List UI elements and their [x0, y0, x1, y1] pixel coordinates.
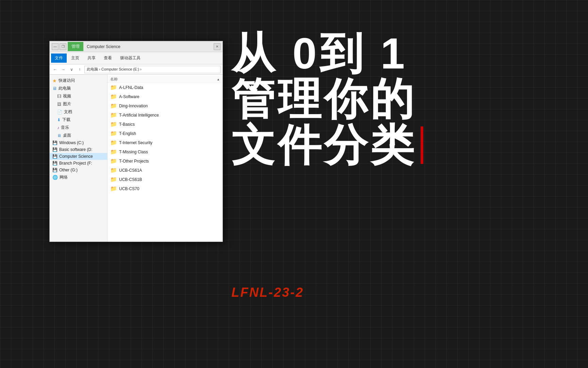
address-path[interactable]: 此电脑 › Computer Science (E:) ›	[84, 66, 220, 73]
cursor-bar	[421, 126, 423, 164]
file-name: T-Basics	[119, 122, 135, 127]
sidebar-label-quick-access: 快速访问	[59, 78, 75, 83]
list-item[interactable]: 📁 T-Other Projects	[108, 156, 223, 166]
sidebar-item-branch-project[interactable]: 💾 Branch Project (F:	[50, 160, 107, 167]
file-name: UCB-CS70	[119, 186, 139, 191]
sidebar-label-network: 网络	[60, 174, 68, 180]
music-icon: ♪	[57, 125, 59, 130]
minimize-button[interactable]: —	[52, 43, 59, 50]
sidebar-item-desktop[interactable]: 🖥 桌面	[50, 132, 107, 139]
toggle-button[interactable]: ∨	[68, 66, 75, 73]
file-name: UCB-CS61B	[119, 177, 142, 182]
sort-arrow-icon: ▲	[217, 78, 220, 81]
sidebar-item-pictures[interactable]: 🖼 图片	[50, 100, 107, 108]
drive-c-icon: 💾	[52, 140, 58, 145]
tab-view[interactable]: 查看	[100, 53, 116, 63]
sidebar-label-this-pc: 此电脑	[59, 86, 71, 91]
sidebar-item-video[interactable]: 🎞 视频	[50, 92, 107, 100]
list-item[interactable]: 📁 A-Software	[108, 92, 223, 101]
file-name: T-English	[119, 131, 136, 136]
pc-icon: 🖥	[52, 86, 57, 91]
file-name: T-Artificial Intelligence	[119, 113, 159, 118]
sidebar-item-network[interactable]: 🌐 网络	[50, 173, 107, 181]
sidebar-item-other-g[interactable]: 💾 Other (G:)	[50, 167, 107, 173]
right-panel: 从 0到 1 管理你的 文件分类	[231, 31, 565, 296]
drive-g-icon: 💾	[52, 168, 58, 172]
sidebar-item-quick-access[interactable]: ★ 快速访问	[50, 77, 107, 85]
drive-f-icon: 💾	[52, 161, 58, 166]
tab-home[interactable]: 主页	[67, 53, 83, 63]
restore-button[interactable]: ❐	[60, 43, 66, 50]
list-item[interactable]: 📁 Ding-Innovation	[108, 101, 223, 110]
star-icon: ★	[52, 78, 57, 83]
tab-drive-tools[interactable]: 驱动器工具	[116, 53, 144, 63]
sidebar-label-windows-c: Windows (C:)	[59, 140, 84, 145]
list-item[interactable]: 📁 T-Internet Security	[108, 138, 223, 147]
folder-icon: 📁	[110, 139, 117, 146]
headline-line1: 从 0到 1	[231, 31, 565, 76]
back-button[interactable]: ←	[52, 66, 59, 73]
address-bar: ← → ∨ ↑ 此电脑 › Computer Science (E:) ›	[50, 64, 223, 75]
folder-icon: 📁	[110, 103, 117, 109]
sidebar-label-basic-software: Basic software (D:	[59, 147, 92, 152]
drive-e-icon: 💾	[52, 154, 58, 159]
list-item[interactable]: 📁 T-Artificial Intelligence	[108, 110, 223, 120]
watermark: LFNL-23-2	[231, 285, 304, 300]
sidebar-label-other-g: Other (G:)	[59, 168, 78, 172]
sidebar-label-pictures: 图片	[63, 101, 71, 107]
sidebar-label-music: 音乐	[61, 125, 69, 131]
sidebar-item-basic-software[interactable]: 💾 Basic software (D:	[50, 146, 107, 153]
headline-line3: 文件分类	[231, 122, 565, 168]
title-bar: — ❐ 管理 Computer Science ✕	[50, 41, 223, 52]
folder-icon: 📁	[110, 167, 117, 173]
list-item[interactable]: 📁 UCB-CS61A	[108, 166, 223, 175]
list-item[interactable]: 📁 A-LFNL-Data	[108, 83, 223, 92]
list-item[interactable]: 📁 T-Basics	[108, 120, 223, 129]
folder-icon: 📁	[110, 112, 117, 118]
forward-button[interactable]: →	[60, 66, 67, 73]
window-title: Computer Science	[87, 44, 212, 49]
list-item[interactable]: 📁 UCB-CS61B	[108, 175, 223, 184]
column-name-header: 名称	[110, 77, 215, 82]
manage-ribbon-tab[interactable]: 管理	[68, 42, 83, 51]
network-icon: 🌐	[52, 175, 58, 180]
sidebar-label-downloads: 下载	[62, 117, 70, 123]
file-name: A-Software	[119, 94, 139, 99]
sidebar-label-desktop: 桌面	[63, 133, 71, 138]
video-icon: 🎞	[57, 94, 61, 99]
up-button[interactable]: ↑	[76, 66, 83, 73]
sidebar: ★ 快速访问 🖥 此电脑 🎞 视频 🖼 图片 📄 文档 ⬇ 下载	[50, 75, 108, 242]
list-item[interactable]: 📁 UCB-CS70	[108, 184, 223, 193]
folder-icon: 📁	[110, 84, 117, 91]
folder-icon: 📁	[110, 130, 117, 137]
file-name: UCB-CS61A	[119, 168, 142, 173]
sidebar-item-documents[interactable]: 📄 文档	[50, 108, 107, 116]
folder-icon: 📁	[110, 158, 117, 164]
folder-icon: 📁	[110, 185, 117, 192]
file-name: T-Internet Security	[119, 140, 152, 145]
tab-file[interactable]: 文件	[51, 53, 67, 63]
list-item[interactable]: 📁 T-English	[108, 129, 223, 138]
folder-icon: 📁	[110, 121, 117, 127]
folder-icon: 📁	[110, 149, 117, 155]
window-controls[interactable]: — ❐	[52, 43, 66, 50]
sidebar-label-documents: 文档	[64, 109, 72, 115]
file-name: T-Missing Class	[119, 150, 148, 154]
headline-line2: 管理你的	[231, 76, 565, 122]
sidebar-item-downloads[interactable]: ⬇ 下载	[50, 116, 107, 124]
image-icon: 🖼	[57, 102, 61, 107]
list-item[interactable]: 📁 T-Missing Class	[108, 147, 223, 156]
sidebar-label-video: 视频	[63, 93, 71, 99]
sidebar-item-windows-c[interactable]: 💾 Windows (C:)	[50, 139, 107, 146]
download-icon: ⬇	[57, 118, 61, 122]
sidebar-item-music[interactable]: ♪ 音乐	[50, 124, 107, 132]
close-button[interactable]: ✕	[214, 43, 220, 50]
drive-d-icon: 💾	[52, 147, 58, 152]
folder-icon: 📁	[110, 93, 117, 100]
doc-icon: 📄	[57, 110, 62, 114]
explorer-window: — ❐ 管理 Computer Science ✕ 文件 主页 共享 查看 驱动…	[49, 41, 223, 242]
sidebar-item-computer-science[interactable]: 💾 Computer Science	[50, 153, 107, 160]
tab-share[interactable]: 共享	[84, 53, 99, 63]
sidebar-item-this-pc[interactable]: 🖥 此电脑	[50, 85, 107, 92]
desktop-icon: 🖥	[57, 133, 61, 138]
